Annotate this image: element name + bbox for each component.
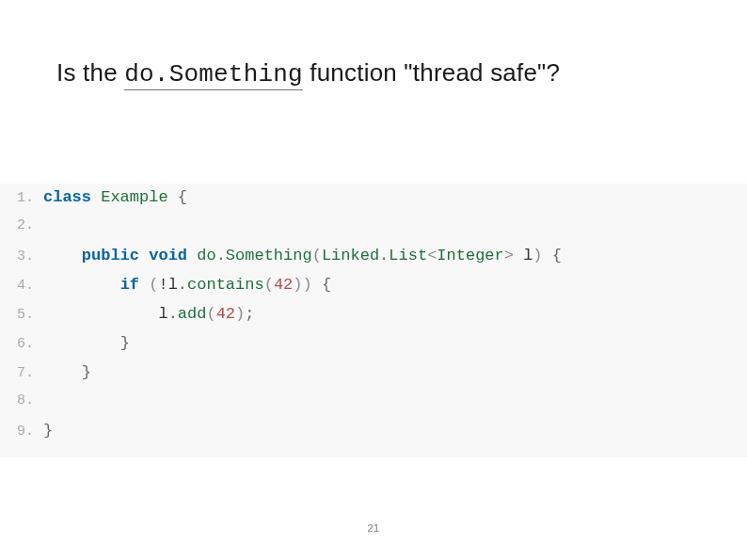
space: [543, 247, 552, 264]
slide: Is the do.Something function "thread saf…: [0, 0, 747, 560]
type: Example: [101, 188, 167, 206]
member: add: [178, 305, 207, 323]
line-number: 3.: [17, 249, 43, 265]
angle: >: [504, 247, 514, 264]
code-line: 8.: [17, 393, 747, 423]
code-line: 9. }: [17, 423, 747, 452]
code-line: 4. if (!l.contains(42)) {: [17, 277, 747, 306]
title-text-post: function "thread safe"?: [303, 58, 560, 87]
paren: (: [149, 276, 158, 294]
indent: [43, 247, 82, 264]
paren: ): [532, 247, 542, 264]
code-line: 6. }: [17, 335, 747, 364]
keyword: void: [149, 247, 187, 264]
space: [139, 276, 149, 294]
line-number: 8.: [17, 393, 43, 409]
code-text: l.add(42);: [43, 306, 254, 324]
code-line: 2.: [17, 218, 747, 248]
var: l: [168, 276, 178, 294]
angle: <: [427, 247, 437, 264]
code-line: 3. public void do.Something(Linked.List<…: [17, 248, 747, 277]
member: do: [197, 247, 215, 264]
indent: [43, 363, 82, 381]
line-number: 4.: [17, 279, 43, 295]
space: [168, 188, 178, 206]
paren: ): [293, 276, 302, 294]
member: Something: [226, 247, 312, 264]
code-text: class Example {: [43, 189, 187, 207]
line-number: 5.: [17, 308, 43, 324]
indent: [43, 334, 120, 352]
space: [139, 247, 149, 264]
code-block: 1. class Example { 2. 3. public void do.…: [0, 184, 747, 457]
brace: }: [43, 422, 53, 440]
type: Integer: [437, 247, 503, 264]
keyword: class: [43, 188, 91, 206]
slide-title: Is the do.Something function "thread saf…: [56, 58, 560, 88]
code-text: if (!l.contains(42)) {: [43, 277, 331, 295]
dot: .: [379, 247, 389, 264]
paren: (: [206, 305, 215, 323]
code-line: 1. class Example {: [17, 189, 747, 218]
brace: {: [552, 247, 562, 264]
dot: .: [178, 276, 187, 294]
code-line: 7. }: [17, 364, 747, 393]
title-code: do.Something: [124, 60, 303, 90]
brace: }: [82, 363, 91, 381]
keyword: public: [82, 247, 139, 264]
line-number: 6.: [17, 337, 43, 353]
type: Linked: [322, 247, 379, 264]
paren: ): [302, 276, 311, 294]
page-number: 21: [0, 522, 747, 534]
paren: (: [312, 247, 322, 264]
number: 42: [274, 276, 293, 294]
title-text-pre: Is the: [56, 58, 124, 87]
number: 42: [216, 305, 235, 323]
paren: (: [264, 276, 274, 294]
type: List: [389, 247, 427, 264]
space: [312, 276, 322, 294]
keyword: if: [120, 276, 139, 294]
space: [91, 188, 101, 206]
brace: {: [322, 276, 331, 294]
space: [187, 247, 197, 264]
code-line: 5. l.add(42);: [17, 306, 747, 335]
indent: [43, 305, 158, 323]
dot: .: [168, 305, 178, 323]
code-text: }: [43, 423, 53, 440]
dot: .: [216, 247, 226, 264]
indent: [43, 276, 120, 294]
brace: {: [178, 188, 187, 206]
var: l: [523, 247, 532, 264]
paren: ): [235, 305, 245, 323]
code-text: }: [43, 364, 91, 382]
line-number: 2.: [17, 218, 43, 234]
member: contains: [187, 276, 264, 294]
code-text: }: [43, 335, 130, 353]
space: [514, 247, 523, 264]
line-number: 1.: [17, 191, 43, 207]
code-text: public void do.Something(Linked.List<Int…: [43, 248, 562, 265]
line-number: 7.: [17, 366, 43, 382]
var: l: [158, 305, 167, 323]
brace: }: [120, 334, 130, 352]
semicolon: ;: [245, 305, 254, 323]
op: !: [158, 276, 167, 294]
line-number: 9.: [17, 424, 43, 440]
